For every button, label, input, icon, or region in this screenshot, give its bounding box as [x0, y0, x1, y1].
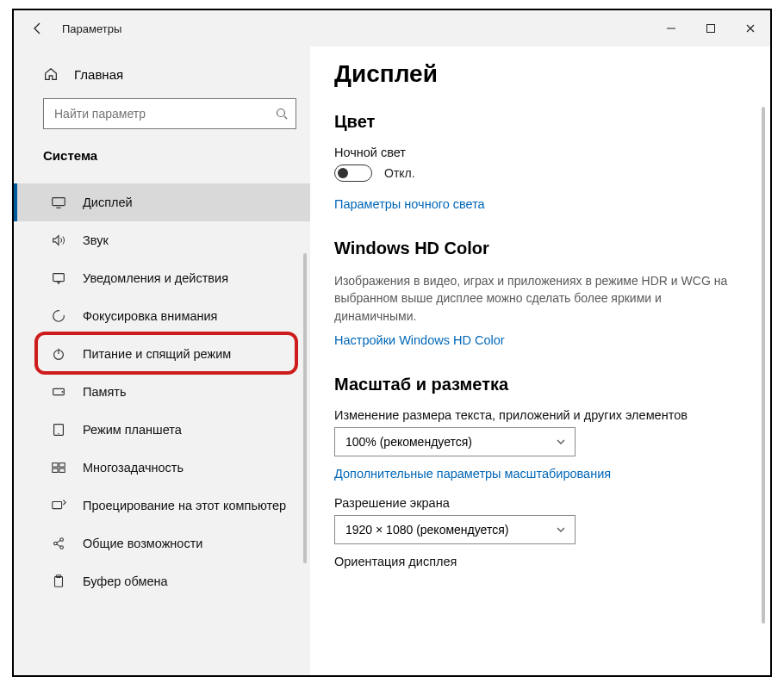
- sidebar-home[interactable]: Главная: [43, 59, 296, 90]
- svg-rect-14: [59, 463, 65, 468]
- svg-line-3: [284, 116, 287, 119]
- sidebar-item-label: Фокусировка внимания: [83, 309, 217, 323]
- sidebar-item-label: Проецирование на этот компьютер: [83, 499, 286, 512]
- hdcolor-settings-link[interactable]: Настройки Windows HD Color: [334, 333, 737, 347]
- search-box[interactable]: [43, 98, 296, 129]
- svg-rect-4: [53, 198, 65, 206]
- orientation-label: Ориентация дисплея: [334, 555, 737, 568]
- sidebar-item-power[interactable]: Питание и спящий режим: [14, 335, 310, 373]
- resolution-select[interactable]: 1920 × 1080 (рекомендуется): [334, 515, 576, 544]
- sidebar-item-label: Буфер обмена: [83, 574, 168, 588]
- svg-rect-23: [55, 577, 63, 587]
- focus-icon: [50, 308, 67, 324]
- svg-rect-1: [707, 25, 715, 33]
- toggle-knob: [338, 168, 348, 178]
- section-scale: Масштаб и разметка Изменение размера тек…: [334, 375, 737, 568]
- maximize-button[interactable]: [691, 13, 731, 44]
- svg-line-22: [57, 544, 60, 547]
- shared-icon: [50, 536, 67, 551]
- sidebar-category-title: Система: [43, 148, 296, 163]
- window-controls: [651, 13, 770, 44]
- power-icon: [50, 346, 67, 362]
- multitask-icon: [50, 460, 67, 475]
- sidebar-item-label: Общие возможности: [83, 537, 202, 550]
- scale-select-value: 100% (рекомендуется): [345, 435, 472, 449]
- sidebar-item-clipboard[interactable]: Буфер обмена: [14, 562, 310, 600]
- svg-rect-13: [53, 463, 58, 468]
- sidebar-item-label: Память: [83, 385, 127, 399]
- chevron-down-icon: [556, 525, 566, 535]
- section-scale-heading: Масштаб и разметка: [334, 375, 737, 394]
- hdcolor-description: Изображения в видео, играх и приложениях…: [334, 272, 731, 325]
- svg-line-21: [57, 540, 60, 543]
- sidebar-item-label: Звук: [83, 233, 109, 247]
- svg-point-10: [62, 391, 64, 393]
- sidebar-item-projecting[interactable]: Проецирование на этот компьютер: [14, 487, 310, 525]
- sidebar-scrollbar[interactable]: [303, 253, 307, 563]
- search-input[interactable]: [53, 106, 275, 121]
- svg-point-12: [58, 433, 59, 434]
- sidebar-item-focus[interactable]: Фокусировка внимания: [14, 297, 310, 335]
- section-hdcolor: Windows HD Color Изображения в видео, иг…: [334, 239, 737, 347]
- sidebar-item-multitask[interactable]: Многозадачность: [14, 449, 310, 487]
- night-light-label: Ночной свет: [334, 146, 737, 159]
- back-icon[interactable]: [31, 22, 45, 35]
- projecting-icon: [50, 498, 67, 513]
- sidebar-home-label: Главная: [74, 67, 123, 82]
- close-button[interactable]: [731, 13, 770, 44]
- notifications-icon: [50, 270, 67, 286]
- section-color-heading: Цвет: [334, 112, 737, 132]
- svg-rect-17: [53, 502, 62, 509]
- search-icon: [275, 107, 289, 121]
- svg-rect-16: [59, 469, 65, 473]
- main-scrollbar[interactable]: [762, 107, 765, 624]
- sidebar-item-notifications[interactable]: Уведомления и действия: [14, 259, 310, 297]
- titlebar: Параметры: [14, 10, 770, 47]
- settings-window: Параметры Главная: [12, 9, 772, 677]
- svg-point-2: [277, 109, 285, 117]
- window-title: Параметры: [62, 22, 121, 35]
- resolution-select-value: 1920 × 1080 (рекомендуется): [345, 523, 508, 537]
- scale-label: Изменение размера текста, приложений и д…: [334, 408, 737, 422]
- advanced-scaling-link[interactable]: Дополнительные параметры масштабирования: [334, 467, 737, 481]
- display-icon: [50, 195, 67, 210]
- sound-icon: [50, 233, 67, 248]
- sidebar-item-label: Питание и спящий режим: [83, 347, 231, 361]
- tablet-icon: [50, 422, 67, 438]
- main-content: Дисплей Цвет Ночной свет Откл. Параметры…: [310, 47, 770, 675]
- chevron-down-icon: [556, 437, 566, 447]
- section-color: Цвет Ночной свет Откл. Параметры ночного…: [334, 112, 737, 211]
- sidebar-nav: ДисплейЗвукУведомления и действияФокусир…: [14, 183, 310, 600]
- minimize-button[interactable]: [651, 13, 691, 44]
- sidebar-item-label: Многозадачность: [83, 461, 184, 475]
- sidebar-item-storage[interactable]: Память: [14, 373, 310, 411]
- page-title: Дисплей: [334, 60, 737, 88]
- sidebar: Главная Система ДисплейЗвукУведомления и…: [14, 47, 310, 675]
- clipboard-icon: [50, 574, 67, 589]
- storage-icon: [50, 384, 67, 400]
- resolution-label: Разрешение экрана: [334, 496, 737, 510]
- svg-rect-15: [53, 469, 58, 473]
- sidebar-item-sound[interactable]: Звук: [14, 221, 310, 259]
- night-light-state: Откл.: [384, 166, 415, 180]
- sidebar-item-label: Дисплей: [83, 196, 133, 209]
- sidebar-item-label: Уведомления и действия: [83, 271, 228, 285]
- sidebar-item-shared[interactable]: Общие возможности: [14, 525, 310, 562]
- section-hdcolor-heading: Windows HD Color: [334, 239, 737, 258]
- night-light-settings-link[interactable]: Параметры ночного света: [334, 197, 737, 211]
- sidebar-item-display[interactable]: Дисплей: [14, 183, 310, 221]
- sidebar-item-label: Режим планшета: [83, 423, 182, 437]
- scale-select[interactable]: 100% (рекомендуется): [334, 427, 576, 456]
- home-icon: [43, 66, 59, 82]
- night-light-toggle[interactable]: [334, 164, 372, 182]
- svg-rect-6: [53, 274, 65, 282]
- sidebar-item-tablet[interactable]: Режим планшета: [14, 411, 310, 449]
